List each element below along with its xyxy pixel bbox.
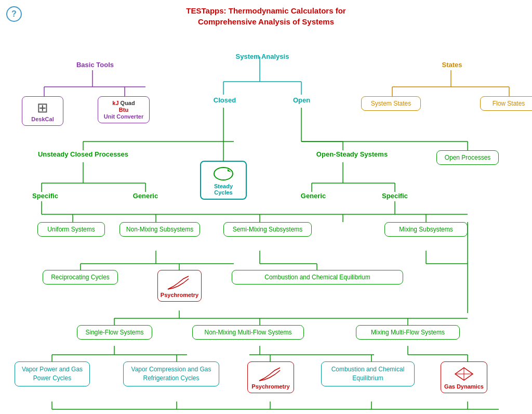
combustion1-node[interactable]: Combustion and Chemical Equilibrium [232,270,403,284]
open-label[interactable]: Open [287,96,316,104]
help-icon[interactable]: ? [6,6,22,22]
mixing-multi-node[interactable]: Mixing Multi-Flow Systems [356,325,460,340]
generic-right-label: Generic [292,192,334,200]
specific-right-label: Specific [374,192,416,200]
open-steady-label: Open-Steady Systems [307,150,397,158]
unsteady-closed-label: Unsteady Closed Processes [31,150,135,158]
system-states-node[interactable]: System States [361,96,421,111]
basic-tools-label: Basic Tools [66,61,124,69]
flow-states-node[interactable]: Flow States [480,96,532,111]
generic-left-label: Generic [125,192,166,200]
specific-left-label: Specific [27,192,63,200]
mixing-sub-node[interactable]: Mixing Subsystems [384,222,468,237]
system-analysis-label: System Analysis [229,53,296,60]
vapor-power-node[interactable]: Vapor Power and Gas Power Cycles [15,361,90,386]
non-mixing-sub-node[interactable]: Non-Mixing Subsystems [119,222,200,237]
deskcal-node[interactable]: ⊞ DeskCal [22,96,63,126]
svg-point-70 [214,167,233,180]
non-mixing-multi-node[interactable]: Non-Mixing Multi-Flow Systems [192,325,304,340]
open-processes-node[interactable]: Open Processes [436,150,499,165]
psychrometry2-node[interactable]: Psychrometry [247,361,294,393]
steady-cycles-node[interactable]: Steady Cycles [200,161,247,200]
main-title: TESTapps: Thermodynamic Calculators for … [0,0,532,30]
uniform-systems-node[interactable]: Uniform Systems [37,222,105,237]
unit-converter-node[interactable]: kJ Quad Btu Unit Converter [98,96,150,123]
gas-dynamics-node[interactable]: Gas Dynamics [441,361,487,393]
closed-label[interactable]: Closed [208,96,242,104]
single-flow-node[interactable]: Single-Flow Systems [77,325,152,340]
psychrometry1-node[interactable]: Psychrometry [157,270,202,302]
states-label: States [431,61,473,69]
combustion2-node[interactable]: Combustion and Chemical Equilibrium [321,361,415,386]
reciprocating-node[interactable]: Reciprocating Cycles [43,270,118,284]
semi-mixing-sub-node[interactable]: Semi-Mixing Subsystems [223,222,312,237]
vapor-compression-node[interactable]: Vapor Compression and Gas Refrigeration … [123,361,219,386]
